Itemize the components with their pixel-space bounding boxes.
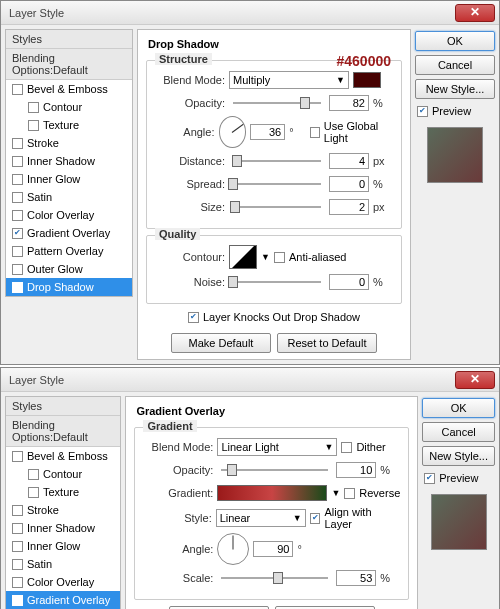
noise-input[interactable]: 0 [329, 274, 369, 290]
distance-input[interactable]: 4 [329, 153, 369, 169]
style-checkbox[interactable] [12, 523, 23, 534]
style-item[interactable]: Satin [6, 555, 120, 573]
chevron-down-icon[interactable]: ▼ [261, 252, 270, 262]
style-checkbox[interactable] [12, 595, 23, 606]
style-item[interactable]: Stroke [6, 501, 120, 519]
style-item[interactable]: Outer Glow [6, 260, 132, 278]
style-checkbox[interactable] [12, 264, 23, 275]
spread-slider[interactable] [233, 177, 321, 191]
style-checkbox[interactable] [12, 210, 23, 221]
style-label: Contour [43, 101, 82, 113]
new-style-button[interactable]: New Style... [422, 446, 495, 466]
scale-slider[interactable] [221, 571, 328, 585]
ok-button[interactable]: OK [422, 398, 495, 418]
style-item[interactable]: Inner Glow [6, 537, 120, 555]
blend-mode-select[interactable]: Multiply▼ [229, 71, 349, 89]
global-light-checkbox[interactable] [310, 127, 320, 138]
style-checkbox[interactable] [12, 156, 23, 167]
style-item[interactable]: Texture [6, 116, 132, 134]
style-item[interactable]: Gradient Overlay [6, 224, 132, 242]
style-item[interactable]: Color Overlay [6, 573, 120, 591]
preview-swatch [431, 494, 487, 550]
style-checkbox[interactable] [28, 102, 39, 113]
sidebar-subhead[interactable]: Blending Options:Default [6, 49, 132, 80]
style-checkbox[interactable] [12, 541, 23, 552]
size-slider[interactable] [233, 200, 321, 214]
style-item[interactable]: Bevel & Emboss [6, 80, 132, 98]
style-item[interactable]: Satin [6, 188, 132, 206]
style-checkbox[interactable] [12, 505, 23, 516]
spread-input[interactable]: 0 [329, 176, 369, 192]
style-item[interactable]: Contour [6, 98, 132, 116]
reset-default-button[interactable]: Reset to Default [277, 333, 377, 353]
noise-slider[interactable] [233, 275, 321, 289]
style-checkbox[interactable] [12, 84, 23, 95]
cancel-button[interactable]: Cancel [415, 55, 495, 75]
angle-dial[interactable] [217, 533, 249, 565]
chevron-down-icon[interactable]: ▼ [331, 488, 340, 498]
style-label: Gradient Overlay [27, 227, 110, 239]
sidebar-head[interactable]: Styles [6, 30, 132, 49]
style-select[interactable]: Linear▼ [216, 509, 306, 527]
sidebar-head[interactable]: Styles [6, 397, 120, 416]
style-label: Stroke [27, 137, 59, 149]
style-checkbox[interactable] [12, 228, 23, 239]
new-style-button[interactable]: New Style... [415, 79, 495, 99]
style-checkbox[interactable] [12, 192, 23, 203]
contour-picker[interactable] [229, 245, 257, 269]
style-item[interactable]: Drop Shadow [6, 278, 132, 296]
center-panel: Drop Shadow Structure #460000 Blend Mode… [137, 29, 411, 360]
dither-checkbox[interactable] [341, 442, 352, 453]
align-checkbox[interactable] [310, 513, 321, 524]
color-swatch[interactable] [353, 72, 381, 88]
gradient-picker[interactable] [217, 485, 327, 501]
sidebar-subhead[interactable]: Blending Options:Default [6, 416, 120, 447]
style-checkbox[interactable] [12, 246, 23, 257]
angle-dial[interactable] [219, 116, 247, 148]
section-title: Drop Shadow [146, 36, 402, 54]
style-checkbox[interactable] [12, 451, 23, 462]
ok-button[interactable]: OK [415, 31, 495, 51]
window-title: Layer Style [5, 374, 64, 386]
style-item[interactable]: Bevel & Emboss [6, 447, 120, 465]
make-default-button[interactable]: Make Default [171, 333, 271, 353]
opacity-input[interactable]: 82 [329, 95, 369, 111]
style-item[interactable]: Inner Glow [6, 170, 132, 188]
opacity-input[interactable]: 10 [336, 462, 376, 478]
style-item[interactable]: Texture [6, 483, 120, 501]
style-item[interactable]: Color Overlay [6, 206, 132, 224]
reverse-checkbox[interactable] [344, 488, 355, 499]
size-input[interactable]: 2 [329, 199, 369, 215]
style-checkbox[interactable] [12, 174, 23, 185]
style-checkbox[interactable] [28, 469, 39, 480]
style-checkbox[interactable] [12, 559, 23, 570]
style-checkbox[interactable] [12, 577, 23, 588]
style-item[interactable]: Pattern Overlay [6, 242, 132, 260]
style-item[interactable]: Gradient Overlay [6, 591, 120, 609]
knocks-out-checkbox[interactable] [188, 312, 199, 323]
angle-input[interactable]: 36 [250, 124, 285, 140]
preview-checkbox[interactable] [417, 106, 428, 117]
style-item[interactable]: Inner Shadow [6, 152, 132, 170]
close-button[interactable]: ✕ [455, 4, 495, 22]
cancel-button[interactable]: Cancel [422, 422, 495, 442]
style-item[interactable]: Contour [6, 465, 120, 483]
style-checkbox[interactable] [28, 120, 39, 131]
structure-group: Structure #460000 Blend Mode: Multiply▼ … [146, 60, 402, 229]
style-checkbox[interactable] [28, 487, 39, 498]
preview-checkbox[interactable] [424, 473, 435, 484]
opacity-slider[interactable] [221, 463, 328, 477]
opacity-slider[interactable] [233, 96, 321, 110]
style-checkbox[interactable] [12, 282, 23, 293]
distance-slider[interactable] [233, 154, 321, 168]
close-button[interactable]: ✕ [455, 371, 495, 389]
blend-mode-select[interactable]: Linear Light▼ [217, 438, 337, 456]
style-checkbox[interactable] [12, 138, 23, 149]
style-item[interactable]: Stroke [6, 134, 132, 152]
anti-alias-checkbox[interactable] [274, 252, 285, 263]
angle-input[interactable]: 90 [253, 541, 293, 557]
scale-input[interactable]: 53 [336, 570, 376, 586]
titlebar: Layer Style ✕ [1, 1, 499, 25]
style-item[interactable]: Inner Shadow [6, 519, 120, 537]
style-label: Inner Shadow [27, 522, 95, 534]
